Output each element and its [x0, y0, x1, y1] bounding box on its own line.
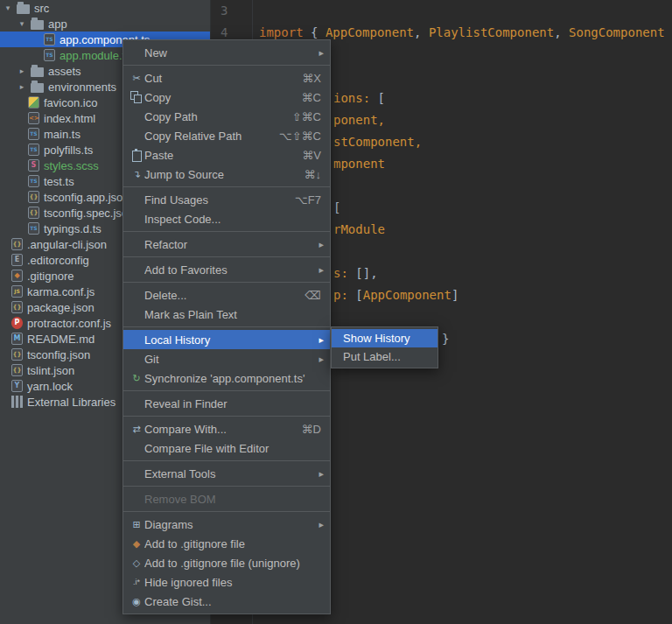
tree-item-label: tsconfig.json	[27, 348, 90, 361]
code-fragment: s: [],	[333, 266, 378, 280]
lock-file-icon	[11, 380, 23, 392]
tree-item-label: typings.d.ts	[44, 222, 102, 235]
line-number: 4	[220, 25, 228, 39]
json-file-icon	[11, 348, 23, 361]
typescript-file-icon	[28, 128, 39, 140]
menu-icon-slot	[129, 260, 144, 279]
menu-item-delete[interactable]: Delete...⌫	[123, 285, 330, 305]
menu-icon-slot	[129, 330, 144, 349]
menu-item-shortcut: ⌘D	[302, 423, 321, 436]
menu-item-add-to-gitignore-unignore[interactable]: ◇Add to .gitignore file (unignore)	[123, 553, 330, 572]
tree-item-label: tsconfig.spec.json	[44, 207, 134, 220]
folder-icon	[31, 83, 44, 93]
tree-item-label: styles.scss	[44, 159, 99, 172]
menu-separator	[123, 256, 330, 257]
synchronize-icon: ↻	[129, 368, 144, 388]
code-fragment: ions: [	[333, 91, 385, 105]
config-file-icon	[11, 254, 23, 266]
code-fragment: p: [AppComponent]	[333, 288, 458, 302]
javascript-file-icon	[11, 285, 23, 298]
tree-item-label: .gitignore	[27, 270, 74, 283]
chevron-expanded-icon[interactable]	[18, 19, 26, 28]
typescript-file-icon	[44, 33, 55, 46]
tree-item-label: index.html	[44, 112, 95, 125]
menu-separator	[123, 186, 330, 187]
create-gist-icon: ◉	[129, 592, 144, 611]
html-file-icon	[28, 112, 39, 124]
menu-item-paste[interactable]: Paste⌘V	[123, 145, 330, 165]
menu-item-synchronize[interactable]: ↻Synchronize 'app.component.ts'	[123, 368, 330, 388]
tree-item-label: .editorconfig	[27, 254, 89, 267]
tree-item-src[interactable]: src	[0, 0, 210, 16]
code-fragment: }	[442, 332, 449, 346]
menu-item-add-to-favorites[interactable]: Add to Favorites	[123, 260, 330, 279]
menu-item-compare-with[interactable]: ⇄Compare With...⌘D	[123, 419, 330, 438]
menu-item-hide-ignored-files[interactable]: .i*Hide ignored files	[123, 572, 330, 592]
typescript-file-icon	[44, 49, 55, 61]
menu-icon-slot	[129, 349, 144, 368]
menu-item-mark-as-plain-text[interactable]: Mark as Plain Text	[123, 305, 330, 324]
tree-item-label: test.ts	[44, 175, 74, 188]
menu-icon-slot	[129, 190, 144, 209]
tree-item-label: protractor.conf.js	[27, 317, 111, 330]
menu-item-reveal-in-finder[interactable]: Reveal in Finder	[123, 394, 330, 413]
folder-icon	[31, 67, 44, 77]
menu-item-compare-file-with-editor[interactable]: Compare File with Editor	[123, 438, 330, 458]
paste-icon	[129, 145, 144, 165]
menu-separator	[123, 511, 330, 512]
menu-icon-slot	[129, 126, 144, 145]
hide-ignored-files-icon: .i*	[129, 572, 144, 592]
chevron-collapsed-icon[interactable]	[18, 67, 26, 75]
menu-item-copy[interactable]: Copy⌘C	[123, 88, 330, 107]
tree-item-label: karma.conf.js	[27, 285, 94, 298]
menu-item-shortcut: ⌫	[305, 289, 321, 302]
menu-icon-slot	[129, 438, 144, 458]
tree-item-label: yarn.lock	[27, 380, 73, 393]
line-number: 3	[220, 4, 228, 18]
menu-separator	[123, 390, 330, 391]
context-menu: New ✂Cut⌘X Copy⌘C Copy Path⇧⌘C Copy Rela…	[122, 39, 331, 614]
menu-item-cut[interactable]: ✂Cut⌘X	[123, 68, 330, 88]
local-history-submenu: Show History Put Label...	[331, 326, 438, 368]
folder-icon	[17, 4, 30, 14]
json-file-icon	[28, 207, 39, 219]
menu-item-inspect-code[interactable]: Inspect Code...	[123, 209, 330, 228]
menu-item-git[interactable]: Git	[123, 349, 330, 368]
menu-item-copy-relative-path[interactable]: Copy Relative Path⌥⇧⌘C	[123, 126, 330, 145]
tree-item-app[interactable]: app	[0, 16, 210, 32]
menu-item-copy-path[interactable]: Copy Path⇧⌘C	[123, 107, 330, 126]
submenu-item-show-history[interactable]: Show History	[332, 329, 438, 347]
menu-item-new[interactable]: New	[123, 43, 330, 62]
submenu-item-put-label[interactable]: Put Label...	[332, 347, 438, 366]
menu-item-jump-to-source[interactable]: ↴Jump to Source⌘↓	[123, 165, 330, 184]
menu-icon-slot	[129, 235, 144, 254]
code-fragment: ponent,	[333, 113, 385, 127]
menu-separator	[123, 486, 330, 487]
menu-separator	[123, 416, 330, 417]
menu-item-add-to-gitignore[interactable]: ◆Add to .gitignore file	[123, 534, 330, 553]
chevron-expanded-icon[interactable]	[4, 4, 12, 12]
tree-item-label: main.ts	[44, 128, 80, 141]
compare-icon: ⇄	[129, 419, 144, 438]
menu-item-find-usages[interactable]: Find Usages⌥F7	[123, 190, 330, 209]
menu-item-external-tools[interactable]: External Tools	[123, 464, 330, 483]
menu-item-shortcut: ⌥F7	[295, 193, 321, 207]
markdown-file-icon	[11, 333, 23, 345]
menu-item-create-gist[interactable]: ◉Create Gist...	[123, 592, 330, 611]
chevron-collapsed-icon[interactable]	[18, 82, 26, 91]
menu-separator	[123, 460, 330, 461]
menu-item-refactor[interactable]: Refactor	[123, 235, 330, 254]
menu-item-local-history[interactable]: Local History	[123, 330, 330, 349]
json-file-icon	[11, 301, 23, 313]
menu-icon-slot	[129, 285, 144, 305]
menu-item-diagrams[interactable]: ⊞Diagrams	[123, 515, 330, 534]
json-file-icon	[11, 364, 23, 376]
menu-item-shortcut: ⌘X	[302, 72, 321, 85]
copy-icon	[129, 88, 144, 107]
tree-item-label: tsconfig.app.json	[44, 191, 130, 204]
menu-separator	[123, 326, 330, 327]
json-file-icon	[11, 238, 23, 250]
tree-item-label: External Libraries	[27, 396, 116, 409]
menu-item-remove-bom: Remove BOM	[123, 489, 330, 508]
tree-item-label: src	[34, 2, 49, 15]
